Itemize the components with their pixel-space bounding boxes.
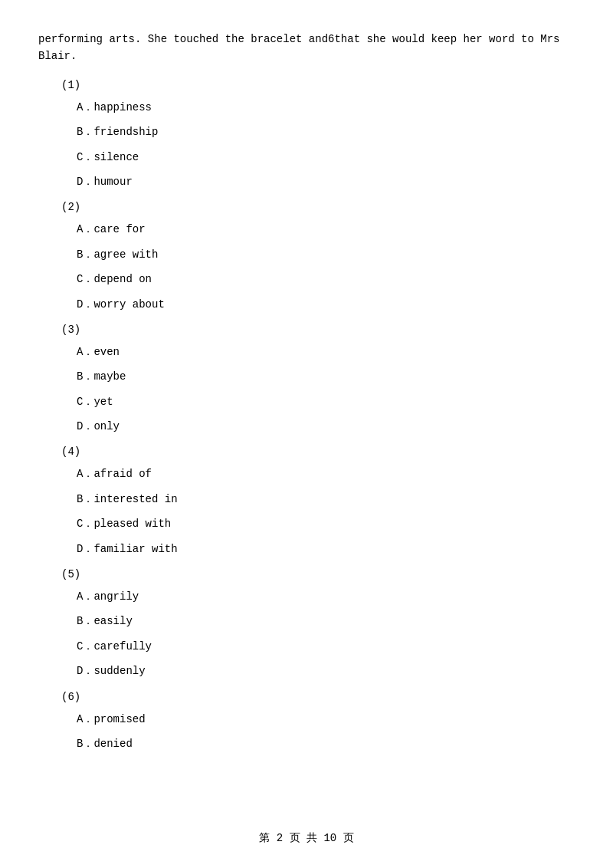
question-4-option-2: B．interested in [77,491,575,508]
question-block-6: (6)A．promisedB．denied [38,691,575,753]
page-footer: 第 2 页 共 10 页 [0,831,613,845]
intro-text: performing arts. She touched the bracele… [38,31,575,65]
question-2-option-3: C．depend on [77,271,575,288]
question-block-5: (5)A．angrilyB．easilyC．carefullyD．suddenl… [38,568,575,680]
question-number-1: (1) [61,79,575,91]
question-2-option-4: D．worry about [77,296,575,313]
question-block-4: (4)A．afraid ofB．interested inC．pleased w… [38,446,575,557]
question-3-option-1: A．even [77,344,575,360]
question-number-5: (5) [61,568,575,580]
question-number-6: (6) [61,691,575,703]
question-block-1: (1)A．happinessB．friendshipC．silenceD．hum… [38,79,575,191]
question-2-option-1: A．care for [77,221,575,238]
question-6-option-1: A．promised [77,711,575,728]
question-number-2: (2) [61,201,575,213]
question-block-3: (3)A．evenB．maybeC．yetD．only [38,324,575,436]
question-6-option-2: B．denied [77,735,575,752]
question-4-option-3: C．pleased with [77,515,575,532]
question-number-3: (3) [61,324,575,336]
question-3-option-4: D．only [77,418,575,435]
question-5-option-4: D．suddenly [77,663,575,679]
question-3-option-2: B．maybe [77,368,575,385]
question-number-4: (4) [61,446,575,458]
question-2-option-2: B．agree with [77,246,575,263]
question-1-option-1: A．happiness [77,99,575,116]
question-5-option-2: B．easily [77,613,575,630]
question-4-option-4: D．familiar with [77,541,575,557]
question-5-option-3: C．carefully [77,638,575,655]
question-block-2: (2)A．care forB．agree withC．depend onD．wo… [38,201,575,313]
question-1-option-4: D．humour [77,173,575,190]
question-5-option-1: A．angrily [77,588,575,605]
question-1-option-3: C．silence [77,149,575,166]
question-4-option-1: A．afraid of [77,465,575,482]
questions-container: (1)A．happinessB．friendshipC．silenceD．hum… [38,79,575,753]
question-1-option-2: B．friendship [77,123,575,140]
question-3-option-3: C．yet [77,393,575,410]
